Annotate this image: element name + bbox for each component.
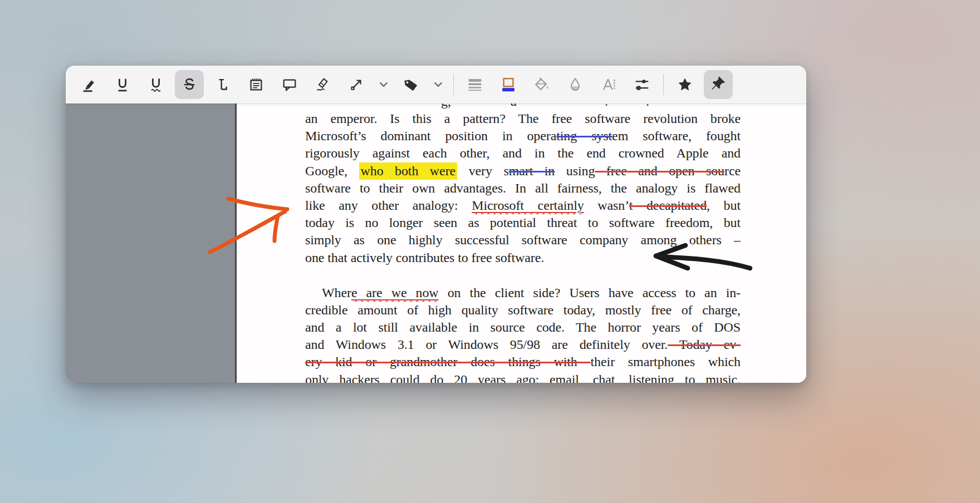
arrow-tool-dropdown[interactable]	[375, 70, 392, 99]
page-text: an emperor. Is this a pattern? The free …	[305, 110, 741, 383]
fill-color-button	[527, 70, 556, 99]
strikethrough-icon	[181, 76, 198, 93]
arrow-tool-button[interactable]	[342, 70, 371, 99]
color-swatch-icon	[500, 76, 517, 93]
page-margin-gutter	[66, 103, 235, 383]
popup-note-tool-button[interactable]	[275, 70, 304, 99]
paragraph: Where are we now on the client side? Use…	[305, 284, 741, 383]
highlight-annotated-text: who both were	[359, 162, 458, 180]
desktop-background: g,u.. an emperor. Is this a pattern? The…	[0, 0, 980, 503]
star-icon	[677, 76, 693, 93]
pen-squiggle-icon	[315, 76, 331, 93]
highlight-tool-button[interactable]	[75, 70, 104, 99]
freehand-line-tool-button[interactable]	[308, 70, 337, 99]
pin-toolbar-button[interactable]	[704, 70, 733, 99]
red-strikethrough-text: Today ev-	[668, 337, 741, 352]
text-line: today is no longer seen as potential thr…	[305, 214, 741, 231]
squiggle-annotated-text: Microsoft certainly	[472, 198, 584, 213]
speech-bubble-icon	[281, 76, 298, 93]
toolbar-separator	[663, 74, 664, 95]
text-line: rigorously against each other, and in th…	[305, 145, 741, 162]
line-width-button	[460, 70, 489, 99]
text-line: one that actively contributes to free so…	[305, 249, 741, 267]
stamp-tool-dropdown[interactable]	[430, 70, 447, 99]
stamp-tool-button[interactable]	[396, 70, 425, 99]
inline-note-tool-button[interactable]	[242, 70, 271, 99]
red-strikethrough-text: free and open sou	[595, 164, 724, 178]
note-icon	[248, 76, 264, 93]
text-line: and Windows 3.1 or Windows 95/98 are def…	[305, 336, 741, 353]
line-color-button[interactable]	[494, 70, 523, 99]
highlighter-icon	[81, 76, 97, 93]
font-button	[594, 70, 623, 99]
sliders-icon	[634, 76, 650, 93]
insert-text-tool-button[interactable]	[208, 70, 237, 99]
annotation-toolbar	[66, 66, 806, 103]
text-line: like any other analogy: Microsoft certai…	[305, 197, 741, 214]
squiggly-underline-icon	[148, 76, 164, 93]
caret-icon	[214, 76, 231, 93]
arrow-icon	[348, 76, 365, 93]
paint-bucket-icon	[533, 76, 550, 93]
opacity-button	[561, 70, 590, 99]
paragraph: an emperor. Is this a pattern? The free …	[305, 110, 741, 267]
squiggle-annotated-text: e are we now	[351, 285, 439, 300]
text-line: ery kid or grandmother does things with …	[305, 353, 741, 371]
droplet-icon	[567, 76, 584, 93]
text-line: an emperor. Is this a pattern? The free …	[305, 110, 741, 127]
blue-strikethrough-text: mart in	[509, 164, 555, 178]
text-line: Google, who both were very smart in usin…	[305, 162, 741, 180]
advanced-settings-button[interactable]	[628, 70, 656, 99]
chevron-down-icon	[379, 80, 389, 90]
chevron-down-icon	[433, 80, 443, 90]
line-width-icon	[467, 76, 483, 93]
text-line: and a lot still available in source code…	[305, 319, 741, 336]
strikethrough-tool-button[interactable]	[175, 70, 204, 99]
text-line: simply as one highly successful software…	[305, 231, 741, 249]
font-a-icon	[600, 76, 617, 93]
favorite-button[interactable]	[670, 70, 699, 99]
annotation-window: g,u.. an emperor. Is this a pattern? The…	[66, 66, 806, 383]
text-line: only hackers could do 20 years ago: emai…	[305, 371, 741, 383]
red-strikethrough-text: t decapitated	[629, 198, 707, 213]
tag-icon	[403, 76, 419, 93]
document-viewport[interactable]: g,u.. an emperor. Is this a pattern? The…	[66, 103, 806, 383]
squiggly-underline-tool-button[interactable]	[141, 70, 170, 99]
pin-icon	[710, 76, 727, 93]
underline-tool-button[interactable]	[108, 70, 137, 99]
red-strikethrough-text: ery kid or grandmother does things with	[305, 354, 591, 369]
text-line: credible amount of high quality software…	[305, 302, 741, 319]
text-line: Where are we now on the client side? Use…	[305, 284, 741, 302]
text-line: software to their own advantages. In all…	[305, 180, 741, 197]
toolbar-separator	[453, 74, 454, 95]
text-line: Microsoft’s dominant position in operati…	[305, 127, 741, 145]
underline-icon	[114, 76, 131, 93]
blue-strikethrough-text: ting syst	[556, 129, 612, 143]
